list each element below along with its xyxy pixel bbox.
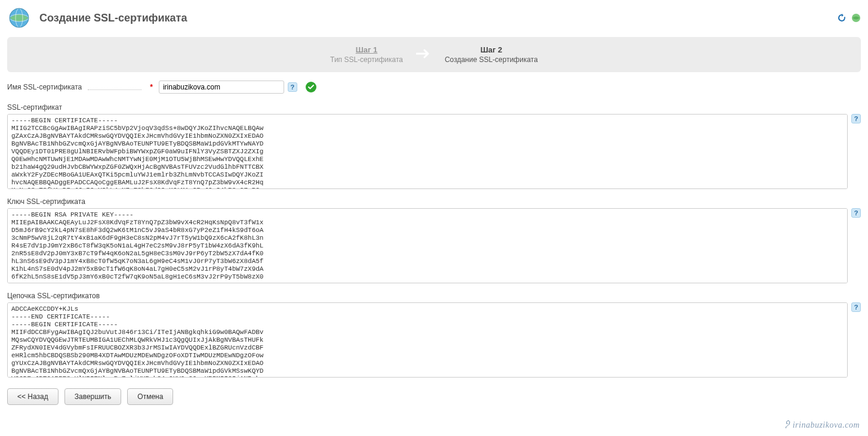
step-2-subtitle: Создание SSL-сертификата [445,55,538,64]
step-1-title: Шаг 1 [330,45,403,54]
cert-name-row: Имя SSL-сертификата * ? [7,81,861,94]
step-2-title: Шаг 2 [445,45,538,54]
step-1-subtitle: Тип SSL-сертификата [330,55,403,64]
chain-textarea-label: Цепочка SSL-сертификатов [7,292,861,300]
page-header: Создание SSL-сертификата [7,6,861,30]
cert-textarea[interactable] [7,114,848,189]
dotted-separator [88,84,141,90]
help-icon[interactable]: ? [288,82,297,92]
help-icon[interactable]: ? [851,302,861,312]
back-button[interactable]: << Назад [7,388,59,405]
help-icon[interactable]: ? [851,208,861,218]
page-title: Создание SSL-сертификата [39,12,187,24]
key-textarea-label: Ключ SSL-сертификата [7,197,861,206]
chain-textarea[interactable] [7,302,848,378]
required-asterisk: * [150,83,153,91]
wizard-stepper: Шаг 1 Тип SSL-сертификата Шаг 2 Создание… [7,37,861,72]
step-1[interactable]: Шаг 1 Тип SSL-сертификата [330,45,403,64]
globe-ssl-icon [7,6,31,30]
header-actions [837,13,861,23]
step-2: Шаг 2 Создание SSL-сертификата [445,45,538,64]
action-buttons: << Назад Завершить Отмена [7,388,861,405]
hosting-icon[interactable] [851,13,861,23]
finish-button[interactable]: Завершить [64,388,122,405]
arrow-right-icon [416,48,432,61]
chain-textarea-row: ? [7,302,861,378]
key-textarea[interactable] [7,208,848,283]
check-ok-icon [306,82,316,92]
refresh-icon[interactable] [837,13,847,23]
cert-textarea-row: ? [7,114,861,189]
cert-name-label: Имя SSL-сертификата [7,83,82,91]
cert-name-input[interactable] [159,81,284,94]
help-icon[interactable]: ? [851,114,861,123]
cancel-button[interactable]: Отмена [127,388,173,405]
key-textarea-row: ? [7,208,861,283]
cert-textarea-label: SSL-сертификат [7,103,861,112]
